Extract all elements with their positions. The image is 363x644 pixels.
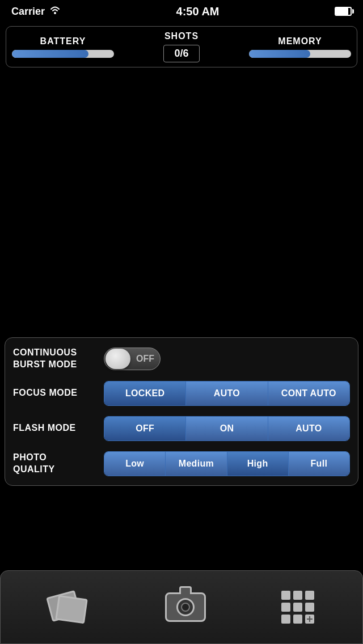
battery-fill — [336, 8, 348, 15]
flash-on-btn[interactable]: ON — [186, 417, 268, 440]
quality-high-btn[interactable]: High — [227, 452, 289, 476]
flash-auto-btn[interactable]: AUTO — [268, 417, 349, 440]
flash-off-btn[interactable]: OFF — [104, 417, 186, 440]
toggle-thumb — [105, 349, 130, 369]
battery-progress — [12, 50, 114, 58]
gallery-button[interactable] — [49, 587, 90, 628]
quality-low-btn[interactable]: Low — [104, 452, 166, 476]
burst-mode-label: CONTINUOUSBURST MODE — [13, 347, 104, 371]
memory-progress — [249, 50, 351, 58]
flash-mode-label: FLASH MODE — [13, 422, 104, 434]
camera-icon — [163, 587, 208, 627]
memory-stat: MEMORY — [249, 36, 351, 58]
quality-medium-btn[interactable]: Medium — [166, 452, 227, 476]
shots-value: 0/6 — [163, 45, 199, 62]
wifi-icon — [49, 6, 61, 18]
focus-mode-label: FOCUS MODE — [13, 387, 104, 399]
controls-panel: CONTINUOUSBURST MODE OFF FOCUS MODE LOCK… — [5, 337, 358, 486]
bottom-toolbar — [0, 570, 363, 644]
focus-mode-row: FOCUS MODE LOCKED AUTO CONT AUTO — [13, 381, 350, 406]
flash-mode-row: FLASH MODE OFF ON AUTO — [13, 416, 350, 441]
toggle-off-text: OFF — [136, 354, 154, 364]
gallery-icon — [49, 587, 90, 628]
battery-fill-bar — [12, 50, 88, 58]
carrier-info: Carrier — [11, 6, 61, 18]
shots-stat: SHOTS 0/6 — [163, 31, 199, 62]
svg-point-0 — [54, 12, 56, 14]
focus-locked-btn[interactable]: LOCKED — [104, 382, 186, 405]
carrier-text: Carrier — [11, 6, 45, 18]
focus-mode-buttons: LOCKED AUTO CONT AUTO — [104, 381, 350, 406]
focus-cont-auto-btn[interactable]: CONT AUTO — [268, 382, 349, 405]
memory-fill-bar — [249, 50, 310, 58]
shots-label: SHOTS — [164, 31, 199, 41]
status-time: 4:50 AM — [176, 5, 220, 18]
focus-auto-btn[interactable]: AUTO — [186, 382, 268, 405]
battery-label: BATTERY — [40, 36, 86, 46]
memory-label: MEMORY — [278, 36, 322, 46]
camera-viewfinder — [0, 71, 363, 332]
status-bar: Carrier 4:50 AM — [0, 0, 363, 23]
camera-button[interactable] — [163, 587, 208, 627]
photo-quality-label: PHOTOQUALITY — [13, 452, 104, 476]
burst-mode-toggle[interactable]: OFF — [104, 348, 161, 370]
grid-button[interactable] — [281, 591, 314, 624]
stats-panel: BATTERY SHOTS 0/6 MEMORY — [6, 26, 357, 67]
flash-mode-buttons: OFF ON AUTO — [104, 416, 350, 441]
quality-full-btn[interactable]: Full — [289, 452, 349, 476]
battery-stat: BATTERY — [12, 36, 114, 58]
status-battery — [335, 7, 352, 16]
burst-mode-row: CONTINUOUSBURST MODE OFF — [13, 347, 350, 371]
photo-quality-buttons: Low Medium High Full — [104, 451, 350, 476]
grid-icon — [281, 591, 314, 624]
photo-quality-row: PHOTOQUALITY Low Medium High Full — [13, 451, 350, 476]
